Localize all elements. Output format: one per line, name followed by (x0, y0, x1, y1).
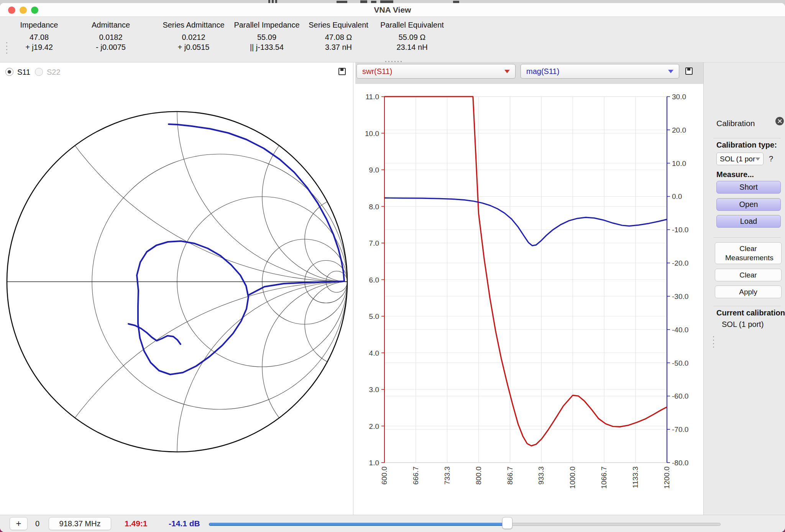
svg-text:-10.0: -10.0 (672, 226, 688, 234)
calibration-sidebar: Calibration Calibration type: SOL (1 por… (703, 62, 785, 515)
marker-frequency-field[interactable]: 918.37 MHz (49, 517, 111, 530)
app-window: VNA View Impedance 47.08 + j19.42 Admitt… (0, 3, 785, 532)
svg-text:1133.3: 1133.3 (631, 466, 639, 488)
line-chart-panel: swr(S11) mag(S11) 11.010.09.08.07.06.05.… (353, 62, 703, 515)
svg-text:9.0: 9.0 (369, 166, 379, 174)
smith-popout-icon[interactable] (338, 68, 346, 75)
trace1-dropdown-value: swr(S11) (362, 67, 504, 76)
clear-measurements-button[interactable]: Clear Measurements (715, 242, 782, 264)
series-admittance-readout: Series Admittance 0.0212 + j0.0515 (163, 21, 224, 52)
svg-text:10.0: 10.0 (365, 130, 379, 138)
svg-text:1200.0: 1200.0 (663, 466, 671, 489)
svg-text:-20.0: -20.0 (672, 259, 688, 267)
svg-text:-60.0: -60.0 (672, 392, 688, 400)
clear-button[interactable]: Clear (715, 269, 782, 281)
calibration-type-dropdown[interactable]: SOL (1 por (716, 153, 764, 165)
chevron-down-icon (668, 70, 673, 73)
s22-radio-label[interactable]: S22 (47, 68, 61, 76)
svg-text:-30.0: -30.0 (672, 292, 688, 300)
svg-text:1000.0: 1000.0 (568, 466, 576, 489)
measurement-header: Impedance 47.08 + j19.42 Admittance 0.01… (0, 17, 785, 62)
marker-db-readout: -14.1 dB (169, 519, 200, 528)
smith-chart-panel: S11 S22 (0, 62, 353, 515)
mag(S11)-series (384, 198, 667, 246)
svg-text:733.3: 733.3 (443, 466, 451, 485)
svg-text:-50.0: -50.0 (672, 359, 688, 367)
svg-text:1.0: 1.0 (369, 459, 379, 467)
svg-text:11.0: 11.0 (365, 93, 379, 101)
plot-grid (384, 97, 667, 463)
marker-bar: + 0 918.37 MHz 1.49:1 -14.1 dB (0, 515, 785, 532)
window-title: VNA View (0, 3, 785, 17)
trace2-dropdown[interactable]: mag(S11) (521, 64, 679, 79)
swr-mag-plot: 11.010.09.08.07.06.05.04.03.02.01.030.02… (353, 84, 703, 515)
frequency-slider-handle[interactable] (502, 517, 512, 529)
marker-swr-readout: 1.49:1 (125, 519, 148, 528)
s11-radio-label[interactable]: S11 (17, 68, 30, 76)
measure-label: Measure... (716, 170, 754, 179)
swr(S11)-series (384, 97, 667, 446)
add-marker-button[interactable]: + (10, 517, 28, 530)
svg-text:-80.0: -80.0 (672, 459, 688, 467)
svg-text:933.3: 933.3 (537, 466, 545, 485)
svg-text:10.0: 10.0 (672, 159, 686, 167)
current-calibration-value: SOL (1 port) (722, 320, 764, 329)
parallel-equivalent-readout: Parallel Equivalent 55.09 Ω 23.14 nH (380, 21, 444, 52)
header-drag-handle[interactable] (6, 42, 7, 56)
impedance-readout: Impedance 47.08 + j19.42 (20, 21, 58, 52)
chevron-down-icon (504, 70, 510, 73)
load-button[interactable]: Load (716, 215, 781, 228)
sidebar-title: Calibration (716, 119, 755, 128)
frequency-slider-fill (209, 523, 507, 526)
parallel-impedance-readout: Parallel Impedance 55.09 || j-133.54 (234, 21, 299, 52)
svg-text:5.0: 5.0 (369, 312, 379, 320)
open-button[interactable]: Open (716, 198, 781, 211)
chevron-down-icon (755, 158, 760, 161)
apply-button[interactable]: Apply (715, 286, 782, 298)
svg-text:3.0: 3.0 (369, 386, 379, 394)
current-calibration-label: Current calibration: (716, 309, 785, 317)
admittance-readout: Admittance 0.0182 - j0.0075 (92, 21, 130, 52)
main-content: S11 S22 swr(S11) mag(S11) 11.010.09.08.0 (0, 62, 785, 515)
svg-text:866.7: 866.7 (506, 466, 514, 485)
trace1-dropdown[interactable]: swr(S11) (356, 64, 516, 79)
svg-text:2.0: 2.0 (369, 422, 379, 430)
calibration-type-label: Calibration type: (716, 141, 777, 149)
svg-text:800.0: 800.0 (475, 466, 483, 485)
svg-text:7.0: 7.0 (369, 239, 379, 247)
chart-popout-icon[interactable] (685, 67, 693, 75)
title-bar: VNA View (0, 3, 785, 17)
svg-text:-70.0: -70.0 (672, 425, 688, 433)
series-equivalent-readout: Series Equivalent 47.08 Ω 3.37 nH (309, 21, 368, 52)
svg-text:6.0: 6.0 (369, 276, 379, 284)
s11-radio[interactable] (5, 68, 13, 76)
sidebar-drag-handle[interactable] (713, 336, 714, 350)
s22-radio[interactable] (35, 68, 43, 76)
svg-text:4.0: 4.0 (369, 349, 379, 357)
svg-text:30.0: 30.0 (672, 93, 686, 101)
calibration-help-button[interactable]: ? (769, 154, 773, 163)
svg-text:1066.7: 1066.7 (600, 466, 608, 489)
svg-text:20.0: 20.0 (672, 126, 686, 134)
svg-text:8.0: 8.0 (369, 203, 379, 211)
short-button[interactable]: Short (716, 181, 781, 194)
marker-index: 0 (35, 519, 39, 528)
smith-chart (0, 62, 353, 515)
close-panel-icon[interactable] (775, 117, 784, 125)
chart-header-bar: swr(S11) mag(S11) (355, 62, 703, 84)
s11-smith-trace (128, 124, 344, 374)
smith-grid (7, 62, 353, 515)
trace2-dropdown-value: mag(S11) (526, 67, 668, 76)
svg-text:-40.0: -40.0 (672, 326, 688, 334)
svg-text:600.0: 600.0 (380, 466, 388, 485)
svg-text:0.0: 0.0 (672, 192, 682, 200)
svg-text:666.7: 666.7 (412, 466, 420, 485)
